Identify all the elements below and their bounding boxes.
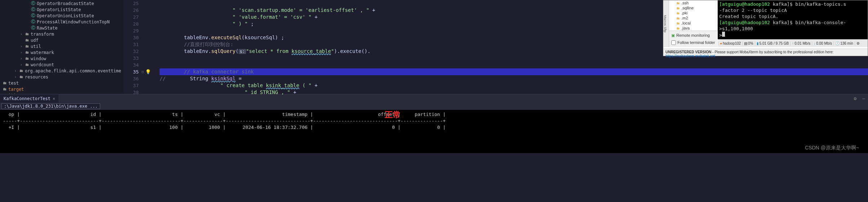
cursor bbox=[722, 32, 725, 37]
tree-item[interactable]: ›🖿watermark bbox=[0, 49, 124, 55]
folder-icon: 🖿 bbox=[676, 1, 680, 5]
lightbulb-icon[interactable]: 💡 bbox=[145, 68, 151, 75]
tree-item[interactable]: ›🖿window bbox=[0, 55, 124, 62]
project-tree: ⒸOperatorBroadcastState ⒸOperatorListSta… bbox=[0, 0, 124, 94]
tree-item[interactable]: ⒸOperatorUnionListState bbox=[0, 13, 124, 19]
tree-item[interactable]: .gitignore bbox=[0, 92, 124, 94]
tree-item[interactable]: ›🖿resources bbox=[0, 74, 124, 80]
chevron-right-icon[interactable]: › bbox=[20, 50, 25, 54]
console-header: op | id | ts | vc | timestamp | offset |… bbox=[3, 111, 865, 118]
folder-icon: 🖿 bbox=[3, 81, 7, 85]
minimize-icon[interactable]: — bbox=[862, 96, 865, 101]
folder-icon: 🖿 bbox=[19, 75, 23, 79]
line-gutter: 25 26 27 28 29 30 31 32 33 34 35⊟💡 36 37… bbox=[124, 0, 145, 94]
memory-icon: ▮ bbox=[757, 41, 759, 45]
checkbox[interactable] bbox=[671, 40, 676, 45]
chevron-right-icon[interactable]: › bbox=[20, 63, 25, 67]
mobaxterm-window[interactable]: Macros Sftp 🖿.ssh 🖿.sqlline 🖿.pki 🖿.m2 🖿… bbox=[663, 0, 868, 56]
cpu-icon: ▤ bbox=[744, 41, 747, 45]
annotation-text: 正常 bbox=[385, 112, 401, 118]
tree-item[interactable]: 🖿target bbox=[0, 86, 124, 92]
remote-monitoring-button[interactable]: ▣ Remote monitoring bbox=[670, 32, 717, 39]
chevron-right-icon[interactable]: › bbox=[20, 32, 25, 36]
class-icon: Ⓒ bbox=[31, 19, 35, 25]
tree-item[interactable]: ›🖿wordcount bbox=[0, 62, 124, 68]
console-divider: -----+----------------------------+-----… bbox=[3, 118, 865, 124]
tree-item[interactable]: ⒸOperatorListState bbox=[0, 6, 124, 13]
command-bar: :\Java\jdk1.8.0_231\bin\java.exe ... bbox=[0, 103, 868, 110]
moba-file-item[interactable]: 🖿.ssh bbox=[669, 0, 717, 5]
download-icon: ↓ bbox=[814, 41, 815, 45]
folder-icon: 🖿 bbox=[676, 16, 680, 20]
tree-item[interactable]: ›🖿transform bbox=[0, 31, 124, 37]
chevron-right-icon[interactable]: › bbox=[20, 57, 25, 60]
chevron-right-icon[interactable]: › bbox=[14, 69, 19, 73]
tree-item[interactable]: ›🖿util bbox=[0, 43, 124, 49]
settings-icon[interactable]: ⚙ bbox=[856, 41, 860, 45]
folder-icon: 🖿 bbox=[25, 62, 29, 67]
moba-file-item[interactable]: 🖿.pki bbox=[669, 10, 717, 15]
moba-side-tabs[interactable]: Macros Sftp bbox=[663, 0, 669, 47]
folder-icon: 🖿 bbox=[676, 6, 680, 10]
fold-icon[interactable]: ⊟ bbox=[142, 68, 144, 75]
folder-icon: 🖿 bbox=[676, 26, 680, 30]
watermark: CSDN @原来是大华啊~ bbox=[805, 144, 859, 151]
tree-item[interactable]: ⒸRawState bbox=[0, 25, 124, 31]
folder-icon: 🖿 bbox=[25, 56, 29, 61]
console-row: +I | s1 | 100 | 1000 | 2024-06-16 18:37:… bbox=[3, 124, 865, 131]
parameter-hint: s: bbox=[239, 49, 246, 54]
tree-item[interactable]: ›🖿org.apache.flink.api.common.eventtime bbox=[0, 68, 124, 74]
tree-item[interactable]: ⒸOperatorBroadcastState bbox=[0, 0, 124, 6]
moba-file-item[interactable]: 🖿.sqlline bbox=[669, 5, 717, 10]
folder-icon: 🖿 bbox=[25, 38, 29, 42]
command-path[interactable]: :\Java\jdk1.8.0_231\bin\java.exe ... bbox=[1, 103, 100, 109]
class-icon: Ⓒ bbox=[31, 6, 35, 13]
monitor-icon: ▣ bbox=[671, 33, 675, 38]
tree-item[interactable]: 🖿udf bbox=[0, 37, 124, 43]
tree-item[interactable]: 🖿test bbox=[0, 80, 124, 86]
console-output[interactable]: op | id | ts | vc | timestamp | offset |… bbox=[0, 110, 868, 153]
close-icon[interactable]: × bbox=[53, 96, 55, 101]
moba-file-item[interactable]: 🖿.java bbox=[669, 26, 717, 31]
console-tab[interactable]: KafkaConnectorTest × bbox=[0, 94, 59, 103]
moba-status-bar: ●hadoop102 ▤0% ▮5.01 GB / 9.75 GB ↑0.01 … bbox=[718, 39, 868, 47]
class-icon: Ⓒ bbox=[31, 13, 35, 19]
class-icon: Ⓒ bbox=[31, 25, 35, 31]
moba-file-item[interactable]: 🖿.local bbox=[669, 21, 717, 26]
folder-icon: 🖿 bbox=[19, 68, 23, 73]
chevron-right-icon[interactable]: › bbox=[20, 44, 25, 48]
class-icon: Ⓒ bbox=[31, 0, 35, 6]
moba-link[interactable]: https://mobaxterm.mobatek.net bbox=[666, 54, 715, 58]
host-icon: ● bbox=[720, 41, 722, 45]
follow-terminal-checkbox[interactable]: Follow terminal folder bbox=[670, 39, 717, 46]
moba-file-item[interactable]: 🖿.m2 bbox=[669, 15, 717, 21]
moba-file-browser[interactable]: 🖿.ssh 🖿.sqlline 🖿.pki 🖿.m2 🖿.local 🖿.jav… bbox=[669, 0, 718, 31]
folder-icon: 🖿 bbox=[3, 87, 7, 91]
folder-icon: 🖿 bbox=[25, 44, 29, 49]
moba-terminal[interactable]: [atguigu@hadoop102 kafka]$ bin/kafka-top… bbox=[718, 0, 868, 39]
tree-item[interactable]: ⒸProcessAllWindowFunctionTopN bbox=[0, 19, 124, 25]
clock-icon: 🕐 bbox=[835, 41, 840, 45]
upload-icon: ↑ bbox=[792, 41, 794, 45]
folder-icon: 🖿 bbox=[676, 11, 680, 15]
folder-icon: 🖿 bbox=[25, 32, 29, 36]
moba-footer: UNREGISTERED VERSION - Please support Mo… bbox=[663, 49, 868, 56]
folder-icon: 🖿 bbox=[676, 21, 680, 25]
gear-icon[interactable]: ⚙ bbox=[854, 96, 857, 101]
folder-icon: 🖿 bbox=[25, 50, 29, 55]
chevron-right-icon[interactable]: › bbox=[14, 75, 19, 79]
